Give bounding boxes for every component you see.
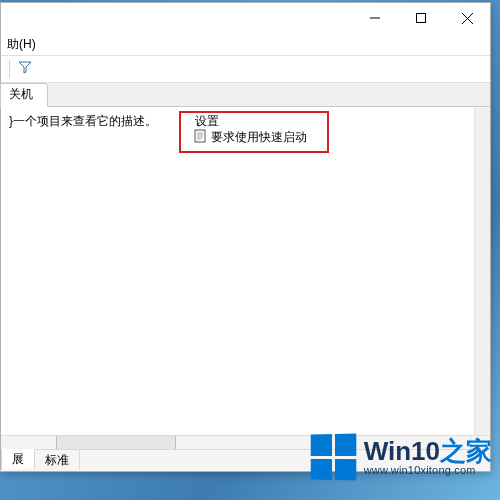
policy-item-fast-startup[interactable]: 要求使用快速启动 [193,129,307,146]
scrollbar-thumb[interactable] [56,436,176,449]
description-hint: }一个项目来查看它的描述。 [9,114,157,128]
tab-shutdown[interactable]: 关机 [0,83,48,107]
tab-strip: 关机 [1,83,490,107]
filter-icon[interactable] [18,60,32,78]
tab-extended-label: 展 [12,451,24,468]
svg-rect-0 [417,14,426,23]
policy-label: 要求使用快速启动 [211,129,307,146]
tab-standard-label: 标准 [45,452,69,469]
settings-pane: 设置 要求使用快速启动 [171,107,490,471]
toolbar [1,55,490,83]
close-button[interactable] [444,3,490,33]
minimize-button[interactable] [352,3,398,33]
policy-icon [193,129,207,146]
bottom-tab-strip: 展 标准 [1,449,490,471]
group-header-settings: 设置 [195,113,219,130]
menubar: 助(H) [1,33,490,55]
tab-standard[interactable]: 标准 [35,450,80,470]
app-window: 助(H) 关机 }一个项目来查看它的描述。 设置 要求使用快速启动 [0,2,491,472]
horizontal-scrollbar[interactable] [1,435,490,449]
tab-label: 关机 [9,87,33,101]
scrollbar-right-cap [470,436,490,449]
menu-help[interactable]: 助(H) [7,36,36,53]
vertical-scrollbar[interactable] [474,107,490,435]
titlebar [1,3,490,33]
tab-extended[interactable]: 展 [1,449,35,469]
content-area: }一个项目来查看它的描述。 设置 要求使用快速启动 [1,107,490,471]
maximize-button[interactable] [398,3,444,33]
svg-rect-1 [195,130,205,142]
description-pane: }一个项目来查看它的描述。 [1,107,171,471]
toolbar-separator [9,60,10,78]
